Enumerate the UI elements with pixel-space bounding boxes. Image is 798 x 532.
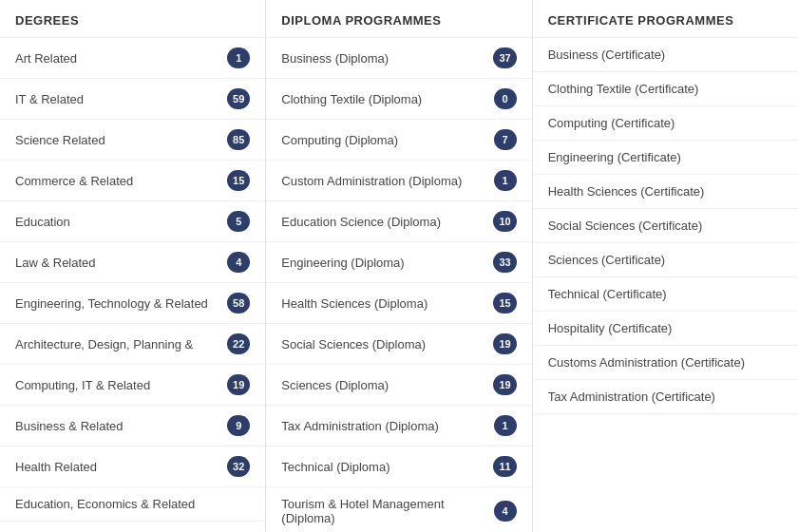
item-badge: 19 (493, 333, 516, 354)
item-badge: 22 (227, 333, 250, 354)
list-item[interactable]: Business (Certificate) (533, 38, 798, 72)
item-badge: 0 (494, 88, 517, 109)
item-label: Custom Administration (Diploma) (281, 174, 493, 188)
item-label: Health Related (15, 460, 227, 474)
item-label: Hospitality (Certificate) (548, 321, 783, 335)
column-degrees: DEGREESArt Related1IT & Related59Science… (0, 0, 266, 532)
list-item[interactable]: Computing (Certificate) (533, 106, 798, 141)
item-badge: 85 (227, 129, 250, 150)
list-item[interactable]: Education5 (0, 201, 265, 242)
list-item[interactable]: Technical (Certificate) (533, 277, 798, 312)
column-diploma: DIPLOMA PROGRAMMESBusiness (Diploma)37Cl… (266, 0, 532, 532)
item-badge: 4 (227, 252, 250, 273)
item-label: Engineering (Certificate) (548, 150, 783, 164)
list-item[interactable]: Tax Administration (Diploma)1 (266, 406, 531, 446)
item-label: Computing (Diploma) (281, 133, 493, 147)
list-item[interactable]: Sciences (Diploma)19 (266, 365, 531, 406)
item-badge: 32 (227, 456, 250, 477)
list-item[interactable]: Computing (Diploma)7 (266, 120, 531, 161)
list-item[interactable]: Social Sciences (Diploma)19 (266, 324, 531, 365)
item-label: Engineering (Diploma) (281, 256, 493, 270)
list-item[interactable]: IT & Related59 (0, 79, 265, 120)
main-container: DEGREESArt Related1IT & Related59Science… (0, 0, 798, 532)
item-label: Business (Diploma) (281, 51, 493, 66)
list-item[interactable]: Tourism & Hotel Management (Diploma)4 (266, 487, 531, 532)
item-label: Tourism & Hotel Management (Diploma) (281, 497, 493, 525)
item-badge: 19 (493, 374, 516, 395)
item-label: Commerce & Related (15, 174, 227, 188)
item-badge: 58 (227, 293, 250, 314)
item-label: Science Related (15, 133, 227, 147)
column-certificate: CERTIFICATE PROGRAMMESBusiness (Certific… (533, 0, 798, 532)
column-header-degrees: DEGREES (0, 0, 265, 38)
list-item[interactable]: Engineering (Certificate) (533, 141, 798, 175)
list-item[interactable]: Law & Related4 (0, 242, 265, 283)
item-label: Tax Administration (Certificate) (548, 390, 783, 404)
item-label: Art Related (15, 51, 227, 66)
list-item[interactable]: Hospitality (Certificate) (533, 312, 798, 346)
list-item[interactable]: Health Related32 (0, 446, 265, 487)
list-item[interactable]: Engineering, Technology & Related58 (0, 283, 265, 324)
list-item[interactable]: Education Science (Diploma)10 (266, 201, 531, 242)
column-header-diploma: DIPLOMA PROGRAMMES (266, 0, 531, 38)
item-label: Law & Related (15, 256, 227, 270)
item-badge: 9 (227, 415, 250, 436)
item-label: Engineering, Technology & Related (15, 296, 227, 311)
list-item[interactable]: Customs Administration (Certificate) (533, 346, 798, 380)
item-badge: 37 (493, 48, 516, 68)
list-item[interactable]: Social Sciences (Certificate) (533, 209, 798, 243)
item-badge: 15 (227, 170, 250, 191)
item-label: Clothing Textile (Diploma) (281, 92, 493, 106)
list-item[interactable]: Tax Administration (Certificate) (533, 380, 798, 414)
list-item[interactable]: Architecture, Design, Planning &22 (0, 324, 265, 365)
list-item[interactable]: Computing, IT & Related19 (0, 365, 265, 406)
item-badge: 1 (227, 48, 250, 68)
list-item[interactable]: Engineering (Diploma)33 (266, 242, 531, 283)
list-item[interactable]: Business (Diploma)37 (266, 38, 531, 79)
list-item[interactable]: Sciences (Certificate) (533, 243, 798, 277)
item-label: Computing, IT & Related (15, 378, 227, 392)
item-badge: 1 (494, 415, 517, 436)
list-item[interactable]: Business & Related9 (0, 406, 265, 446)
item-label: Sciences (Certificate) (548, 253, 783, 267)
item-badge: 19 (227, 374, 250, 395)
list-item[interactable]: Health Sciences (Certificate) (533, 175, 798, 209)
item-badge: 15 (493, 293, 516, 314)
item-label: Technical (Diploma) (281, 460, 493, 474)
list-item[interactable]: Commerce & Related15 (0, 161, 265, 201)
item-label: Education, Economics & Related (15, 497, 250, 511)
item-badge: 11 (493, 456, 516, 477)
item-label: Business & Related (15, 419, 227, 433)
column-header-certificate: CERTIFICATE PROGRAMMES (533, 0, 798, 38)
item-label: Education Science (Diploma) (281, 215, 493, 229)
list-item[interactable]: Clothing Textile (Diploma)0 (266, 79, 531, 120)
item-label: Architecture, Design, Planning & (15, 337, 227, 352)
item-badge: 10 (493, 211, 516, 232)
item-label: Social Sciences (Certificate) (548, 218, 783, 233)
list-item[interactable]: Science Related85 (0, 120, 265, 161)
item-badge: 5 (227, 211, 250, 232)
list-item[interactable]: Technical (Diploma)11 (266, 446, 531, 487)
item-badge: 59 (227, 88, 250, 109)
list-item[interactable]: Education, Economics & Related (0, 487, 265, 522)
list-item[interactable]: Health Sciences (Diploma)15 (266, 283, 531, 324)
item-label: Sciences (Diploma) (281, 378, 493, 392)
item-label: Health Sciences (Certificate) (548, 184, 783, 199)
item-label: IT & Related (15, 92, 227, 106)
list-item[interactable]: Custom Administration (Diploma)1 (266, 161, 531, 201)
item-label: Customs Administration (Certificate) (548, 355, 783, 370)
item-badge: 4 (494, 501, 517, 522)
item-label: Social Sciences (Diploma) (281, 337, 493, 352)
list-item[interactable]: Clothing Textile (Certificate) (533, 72, 798, 106)
item-label: Education (15, 215, 227, 229)
item-label: Tax Administration (Diploma) (281, 419, 493, 433)
item-label: Technical (Certificate) (548, 287, 783, 301)
item-badge: 1 (494, 170, 517, 191)
item-badge: 7 (494, 129, 517, 150)
list-item[interactable]: Art Related1 (0, 38, 265, 79)
item-label: Business (Certificate) (548, 48, 783, 62)
item-label: Clothing Textile (Certificate) (548, 82, 783, 96)
item-label: Health Sciences (Diploma) (281, 296, 493, 311)
item-badge: 33 (493, 252, 516, 273)
item-label: Computing (Certificate) (548, 116, 783, 130)
